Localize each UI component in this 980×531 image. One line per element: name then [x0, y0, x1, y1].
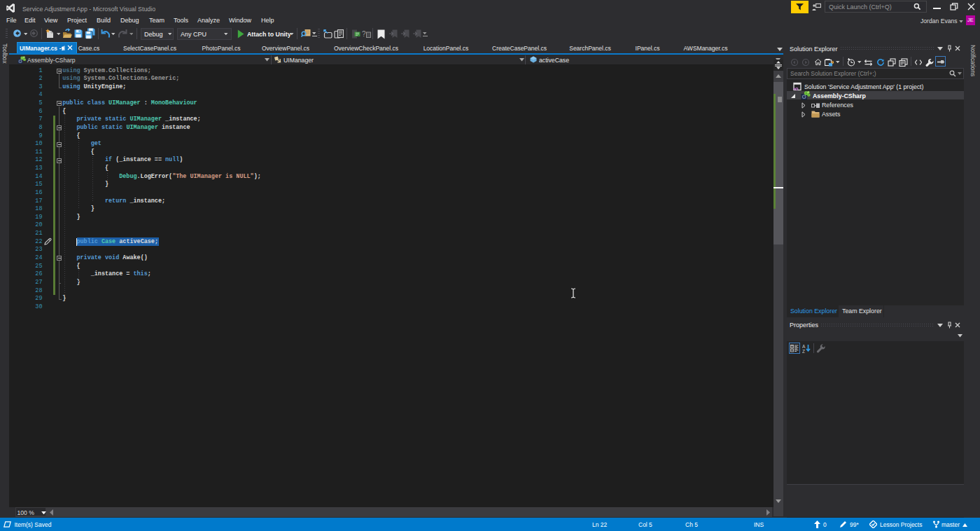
- svg-text:Z: Z: [802, 348, 805, 353]
- svg-text:?: ?: [362, 30, 366, 38]
